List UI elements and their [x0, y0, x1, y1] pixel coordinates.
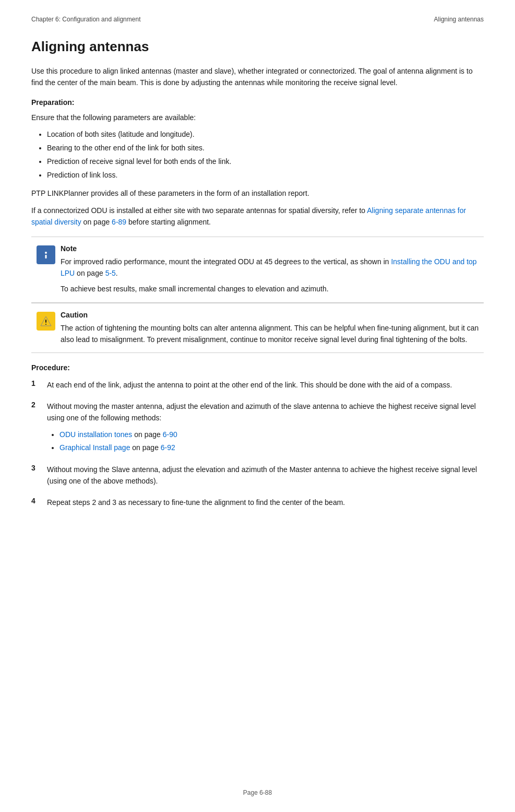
- step-2-text: Without moving the master antenna, adjus…: [47, 402, 476, 422]
- caution-heading: Caution: [61, 311, 484, 319]
- bullet-item: Location of both sites (latitude and lon…: [47, 128, 484, 141]
- page-title: Aligning antennas: [31, 39, 484, 55]
- diversity-text-after: before starting alignment.: [126, 218, 211, 226]
- diversity-text: If a connectorized ODU is installed at e…: [31, 205, 484, 228]
- note-text-after: .: [116, 269, 118, 277]
- step-number-3: 3: [31, 464, 47, 472]
- page-footer: Page 6-88: [0, 789, 515, 796]
- step-content-4: Repeat steps 2 and 3 as necessary to fin…: [47, 497, 484, 508]
- bullet-item: Prediction of receive signal level for b…: [47, 156, 484, 168]
- header-chapter: Chapter 6: Configuration and alignment: [31, 16, 140, 23]
- note-page-link[interactable]: 5-5: [105, 269, 116, 277]
- note-text-middle: on page: [75, 269, 105, 277]
- preparation-intro: Ensure that the following parameters are…: [31, 112, 484, 123]
- sub-bullet-2: Graphical Install page on page 6-92: [59, 441, 484, 454]
- page-container: Chapter 6: Configuration and alignment A…: [0, 0, 515, 812]
- caution-content: Caution The action of tightening the mou…: [61, 311, 484, 346]
- diversity-page-link[interactable]: 6-89: [112, 218, 126, 226]
- preparation-heading: Preparation:: [31, 98, 484, 107]
- procedure-step-4: 4 Repeat steps 2 and 3 as necessary to f…: [31, 497, 484, 508]
- step-2-sub-bullets: ODU installation tones on page 6-90 Grap…: [47, 428, 484, 454]
- preparation-bullets: Location of both sites (latitude and lon…: [31, 128, 484, 181]
- intro-paragraph: Use this procedure to align linked anten…: [31, 65, 484, 89]
- diversity-text-before: If a connectorized ODU is installed at e…: [31, 206, 367, 215]
- step-content-1: At each end of the link, adjust the ante…: [47, 379, 484, 391]
- sub-bullet-2-middle: on page: [132, 443, 161, 452]
- svg-rect-3: [45, 320, 46, 323]
- graphical-install-page[interactable]: 6-92: [161, 443, 175, 452]
- page-header: Chapter 6: Configuration and alignment A…: [31, 16, 484, 23]
- note-icon: [37, 245, 55, 264]
- step-number-2: 2: [31, 401, 47, 409]
- page-number: Page 6-88: [243, 789, 272, 796]
- caution-box: Caution The action of tightening the mou…: [31, 303, 484, 354]
- bullet-item: Bearing to the other end of the link for…: [47, 142, 484, 155]
- header-section: Aligning antennas: [434, 16, 484, 23]
- procedure-heading: Procedure:: [31, 363, 484, 372]
- ptp-text: PTP LINKPlanner provides all of these pa…: [31, 187, 484, 199]
- caution-icon-cell: [31, 311, 61, 331]
- step-content-2: Without moving the master antenna, adjus…: [47, 401, 484, 454]
- sub-bullet-1-middle: on page: [134, 430, 163, 439]
- caution-text: The action of tightening the mounting bo…: [61, 322, 484, 346]
- procedure-list: 1 At each end of the link, adjust the an…: [31, 379, 484, 508]
- odu-tones-page[interactable]: 6-90: [163, 430, 177, 439]
- note-text-before: For improved radio performance, mount th…: [61, 257, 391, 266]
- diversity-text-middle: on page: [81, 218, 112, 226]
- svg-rect-4: [45, 324, 46, 325]
- bullet-item: Prediction of link loss.: [47, 169, 484, 182]
- note-text-1: For improved radio performance, mount th…: [61, 256, 484, 279]
- note-text-2: To achieve best results, make small incr…: [61, 283, 484, 295]
- odu-tones-link[interactable]: ODU installation tones: [59, 430, 132, 439]
- procedure-step-3: 3 Without moving the Slave antenna, adju…: [31, 464, 484, 487]
- svg-point-0: [45, 252, 47, 254]
- procedure-step-2: 2 Without moving the master antenna, adj…: [31, 401, 484, 454]
- step-number-4: 4: [31, 497, 47, 505]
- graphical-install-link[interactable]: Graphical Install page: [59, 443, 130, 452]
- svg-rect-1: [45, 255, 47, 258]
- sub-bullet-1: ODU installation tones on page 6-90: [59, 428, 484, 441]
- caution-icon: [37, 312, 55, 331]
- note-icon-cell: [31, 244, 61, 264]
- step-content-3: Without moving the Slave antenna, adjust…: [47, 464, 484, 487]
- note-content: Note For improved radio performance, mou…: [61, 244, 484, 295]
- step-number-1: 1: [31, 379, 47, 387]
- procedure-step-1: 1 At each end of the link, adjust the an…: [31, 379, 484, 391]
- note-heading: Note: [61, 244, 484, 253]
- note-box: Note For improved radio performance, mou…: [31, 237, 484, 303]
